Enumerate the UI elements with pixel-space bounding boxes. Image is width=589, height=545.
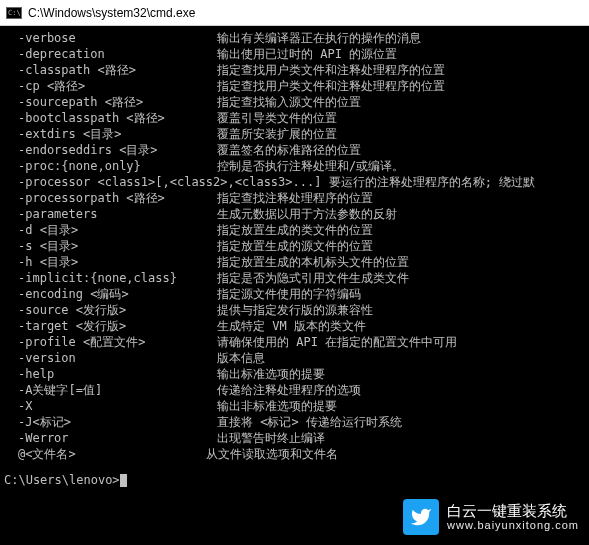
- option-flag: -Werror: [2, 430, 217, 446]
- option-description: 从文件读取选项和文件名: [76, 446, 587, 462]
- option-flag: -parameters: [2, 206, 217, 222]
- option-description: 生成特定 VM 版本的类文件: [217, 318, 587, 334]
- option-description: 传递给注释处理程序的选项: [217, 382, 587, 398]
- option-row: -parameters生成元数据以用于方法参数的反射: [2, 206, 587, 222]
- prompt-text: C:\Users\lenovo>: [4, 473, 120, 487]
- command-prompt[interactable]: C:\Users\lenovo>: [2, 472, 587, 488]
- watermark: 白云一键重装系统 www.baiyunxitong.com: [403, 499, 579, 535]
- option-description: 指定查找输入源文件的位置: [217, 94, 587, 110]
- option-row: -encoding <编码>指定源文件使用的字符编码: [2, 286, 587, 302]
- option-description: 指定查找用户类文件和注释处理程序的位置: [217, 78, 587, 94]
- option-row: @<文件名>从文件读取选项和文件名: [2, 446, 587, 462]
- option-flag: -bootclasspath <路径>: [2, 110, 217, 126]
- option-row: -endorseddirs <目录>覆盖签名的标准路径的位置: [2, 142, 587, 158]
- option-row: -X输出非标准选项的提要: [2, 398, 587, 414]
- option-row: -d <目录>指定放置生成的类文件的位置: [2, 222, 587, 238]
- option-flag: -deprecation: [2, 46, 217, 62]
- watermark-title: 白云一键重装系统: [447, 503, 579, 520]
- option-row: -h <目录>指定放置生成的本机标头文件的位置: [2, 254, 587, 270]
- option-row: -sourcepath <路径>指定查找输入源文件的位置: [2, 94, 587, 110]
- option-row: -proc:{none,only}控制是否执行注释处理和/或编译。: [2, 158, 587, 174]
- option-description: 输出使用已过时的 API 的源位置: [217, 46, 587, 62]
- option-flag: -processor <class1>[,<class2>,<class3>..…: [2, 174, 535, 190]
- option-row: -processorpath <路径>指定查找注释处理程序的位置: [2, 190, 587, 206]
- watermark-url: www.baiyunxitong.com: [447, 519, 579, 531]
- option-row: -verbose输出有关编译器正在执行的操作的消息: [2, 30, 587, 46]
- option-description: 输出有关编译器正在执行的操作的消息: [217, 30, 587, 46]
- option-row: -help输出标准选项的提要: [2, 366, 587, 382]
- bird-icon: [403, 499, 439, 535]
- option-flag: -J<标记>: [2, 414, 217, 430]
- option-row: -processor <class1>[,<class2>,<class3>..…: [2, 174, 587, 190]
- option-description: 输出标准选项的提要: [217, 366, 587, 382]
- option-description: 控制是否执行注释处理和/或编译。: [217, 158, 587, 174]
- option-description: 覆盖签名的标准路径的位置: [217, 142, 587, 158]
- option-description: 指定源文件使用的字符编码: [217, 286, 587, 302]
- option-row: -deprecation输出使用已过时的 API 的源位置: [2, 46, 587, 62]
- option-row: -classpath <路径>指定查找用户类文件和注释处理程序的位置: [2, 62, 587, 78]
- option-description: 出现警告时终止编译: [217, 430, 587, 446]
- option-row: -profile <配置文件>请确保使用的 API 在指定的配置文件中可用: [2, 334, 587, 350]
- option-description: 指定查找用户类文件和注释处理程序的位置: [217, 62, 587, 78]
- option-flag: -s <目录>: [2, 238, 217, 254]
- option-description: 指定放置生成的源文件的位置: [217, 238, 587, 254]
- option-flag: -h <目录>: [2, 254, 217, 270]
- option-flag: -version: [2, 350, 217, 366]
- option-description: 指定查找注释处理程序的位置: [217, 190, 587, 206]
- cursor: [120, 474, 127, 487]
- option-row: -cp <路径>指定查找用户类文件和注释处理程序的位置: [2, 78, 587, 94]
- option-flag: -cp <路径>: [2, 78, 217, 94]
- option-flag: -help: [2, 366, 217, 382]
- option-row: -source <发行版>提供与指定发行版的源兼容性: [2, 302, 587, 318]
- option-flag: -encoding <编码>: [2, 286, 217, 302]
- window-title: C:\Windows\system32\cmd.exe: [28, 6, 195, 20]
- option-description: 直接将 <标记> 传递给运行时系统: [217, 414, 587, 430]
- option-flag: -source <发行版>: [2, 302, 217, 318]
- option-description: 提供与指定发行版的源兼容性: [217, 302, 587, 318]
- option-row: -Werror出现警告时终止编译: [2, 430, 587, 446]
- option-description: 指定放置生成的本机标头文件的位置: [217, 254, 587, 270]
- option-flag: @<文件名>: [2, 446, 76, 462]
- option-description: 生成元数据以用于方法参数的反射: [217, 206, 587, 222]
- option-flag: -target <发行版>: [2, 318, 217, 334]
- option-row: -extdirs <目录>覆盖所安装扩展的位置: [2, 126, 587, 142]
- option-row: -version版本信息: [2, 350, 587, 366]
- option-flag: -extdirs <目录>: [2, 126, 217, 142]
- option-description: 指定放置生成的类文件的位置: [217, 222, 587, 238]
- option-row: -A关键字[=值]传递给注释处理程序的选项: [2, 382, 587, 398]
- watermark-text: 白云一键重装系统 www.baiyunxitong.com: [447, 503, 579, 532]
- option-row: -implicit:{none,class}指定是否为隐式引用文件生成类文件: [2, 270, 587, 286]
- option-flag: -d <目录>: [2, 222, 217, 238]
- option-row: -J<标记>直接将 <标记> 传递给运行时系统: [2, 414, 587, 430]
- cmd-icon: [6, 7, 22, 19]
- option-description: 指定是否为隐式引用文件生成类文件: [217, 270, 587, 286]
- option-flag: -profile <配置文件>: [2, 334, 217, 350]
- option-flag: -A关键字[=值]: [2, 382, 217, 398]
- terminal-output[interactable]: -verbose输出有关编译器正在执行的操作的消息-deprecation输出使…: [0, 26, 589, 492]
- option-description: 版本信息: [217, 350, 587, 366]
- option-flag: -sourcepath <路径>: [2, 94, 217, 110]
- option-flag: -endorseddirs <目录>: [2, 142, 217, 158]
- option-flag: -implicit:{none,class}: [2, 270, 217, 286]
- window-titlebar[interactable]: C:\Windows\system32\cmd.exe: [0, 0, 589, 26]
- option-description: 覆盖所安装扩展的位置: [217, 126, 587, 142]
- option-row: -target <发行版>生成特定 VM 版本的类文件: [2, 318, 587, 334]
- option-flag: -processorpath <路径>: [2, 190, 217, 206]
- option-row: -bootclasspath <路径>覆盖引导类文件的位置: [2, 110, 587, 126]
- option-description: 覆盖引导类文件的位置: [217, 110, 587, 126]
- option-row: -s <目录>指定放置生成的源文件的位置: [2, 238, 587, 254]
- option-flag: -X: [2, 398, 217, 414]
- option-description: 输出非标准选项的提要: [217, 398, 587, 414]
- option-flag: -proc:{none,only}: [2, 158, 217, 174]
- option-flag: -classpath <路径>: [2, 62, 217, 78]
- option-description: 请确保使用的 API 在指定的配置文件中可用: [217, 334, 587, 350]
- option-flag: -verbose: [2, 30, 217, 46]
